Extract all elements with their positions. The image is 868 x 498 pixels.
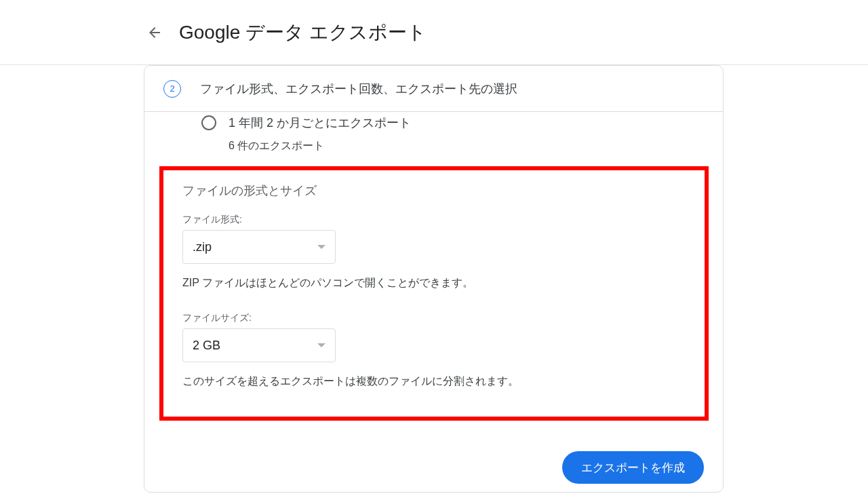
file-size-select[interactable]: 2 GB <box>182 328 336 362</box>
page-title: Google データ エクスポート <box>179 20 427 45</box>
chevron-down-icon <box>317 245 326 249</box>
file-type-select[interactable]: .zip <box>182 230 336 264</box>
card-footer: エクスポートを作成 <box>562 451 704 484</box>
section-title: ファイルの形式とサイズ <box>182 183 685 199</box>
chevron-down-icon <box>317 343 326 347</box>
file-size-help: このサイズを超えるエクスポートは複数のファイルに分割されます。 <box>182 375 685 389</box>
file-type-value: .zip <box>193 240 212 254</box>
file-type-label: ファイル形式: <box>182 214 685 226</box>
frequency-option-periodic[interactable]: 1 年間 2 か月ごとにエクスポート <box>144 112 723 135</box>
create-export-button[interactable]: エクスポートを作成 <box>562 451 704 484</box>
file-type-help: ZIP ファイルはほとんどのパソコンで開くことができます。 <box>182 276 685 290</box>
step-header: 2 ファイル形式、エクスポート回数、エクスポート先の選択 <box>144 66 723 112</box>
frequency-detail: 6 件のエクスポート <box>144 139 723 153</box>
file-size-value: 2 GB <box>193 339 220 353</box>
file-format-section: ファイルの形式とサイズ ファイル形式: .zip ZIP ファイルはほとんどのパ… <box>182 183 685 389</box>
file-size-label: ファイルサイズ: <box>182 312 685 324</box>
frequency-option-label: 1 年間 2 か月ごとにエクスポート <box>229 115 411 131</box>
export-settings-card: 2 ファイル形式、エクスポート回数、エクスポート先の選択 1 年間 2 か月ごと… <box>144 65 724 493</box>
step-number-badge: 2 <box>163 80 181 98</box>
page-header: Google データ エクスポート <box>0 0 868 65</box>
step-title: ファイル形式、エクスポート回数、エクスポート先の選択 <box>200 81 517 97</box>
back-arrow-icon[interactable] <box>146 24 163 41</box>
radio-icon <box>201 115 216 130</box>
